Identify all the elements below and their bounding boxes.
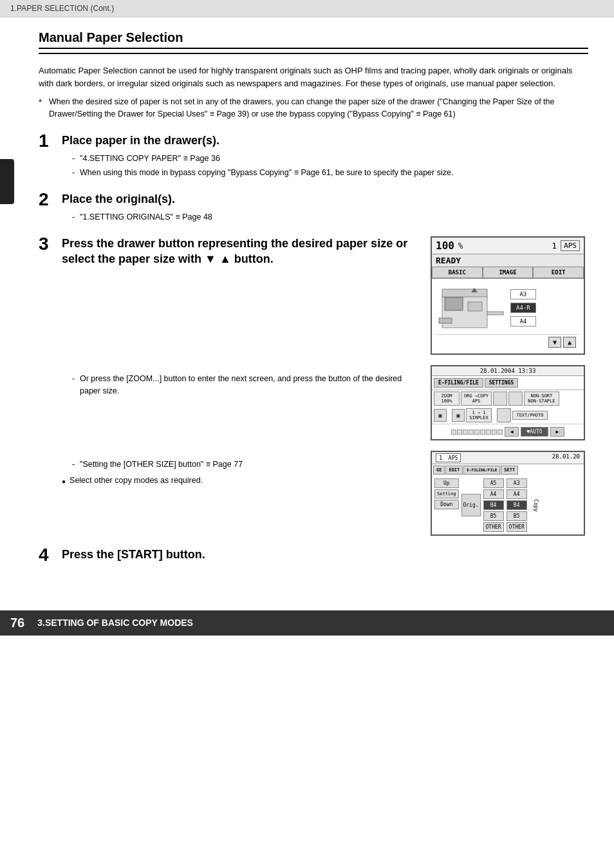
- svg-rect-3: [439, 318, 452, 323]
- screen-1-pct-symbol: %: [458, 241, 463, 250]
- step-3-text: Press the drawer button representing the…: [62, 236, 420, 355]
- screen-2-bottom: ◀ ♥AUTO ▶: [432, 424, 584, 439]
- screen-tab-image[interactable]: IMAGE: [483, 267, 534, 278]
- setting-note-list: "Setting the [OTHER SIZE] button" ≡ Page…: [72, 458, 420, 471]
- size-a5-1[interactable]: A5: [483, 478, 504, 488]
- screen2-dup-icons: ▣ ▣: [434, 409, 465, 422]
- screen-2-tab-efiling[interactable]: E-FILING/FILE: [434, 378, 483, 388]
- intro-paragraph: Automatic Paper Selection cannot be used…: [39, 64, 588, 90]
- step-4: 4 Press the [START] button.: [39, 547, 588, 566]
- nav-down-button[interactable]: ▼: [548, 337, 561, 348]
- screen-tab-basic[interactable]: BASIC: [432, 267, 483, 278]
- screen2-nonsort[interactable]: NON-SORTNON-STAPLE: [524, 392, 559, 406]
- screen3-tab-ge[interactable]: GE: [433, 466, 445, 475]
- sq7: [486, 429, 491, 435]
- screen-1-nav: ▼ ▲: [436, 334, 580, 350]
- size-a4-1[interactable]: A4: [483, 489, 504, 499]
- step-2: 2 Place the original(s). "1.SETTING ORIG…: [39, 192, 588, 225]
- step-4-title: Press the [START] button.: [62, 547, 588, 562]
- screen3-tab-edit[interactable]: EDIT: [445, 466, 463, 475]
- screen-tab-edit[interactable]: EDIT: [533, 267, 584, 278]
- screen3-setting-btn[interactable]: Setting: [434, 489, 459, 498]
- screen2-zoom[interactable]: ZOOM100%: [434, 392, 460, 406]
- svg-rect-2: [445, 297, 463, 310]
- screen3-down-btn[interactable]: Down: [434, 500, 459, 509]
- size-b4-1[interactable]: B4: [483, 500, 504, 510]
- screen-2-row1: ZOOM100% ORG →COPYAPS NON-SORTNON-STAPLE: [432, 390, 584, 407]
- screen2-forward-btn[interactable]: ▶: [550, 427, 565, 437]
- size-b5-1[interactable]: B5: [483, 511, 504, 521]
- screen3-num: 1 APS: [436, 453, 461, 462]
- size-a3-2[interactable]: A3: [507, 478, 527, 488]
- copy-label: Copy: [533, 499, 539, 511]
- screen-2-tab-settings[interactable]: SETTINGS: [485, 378, 519, 388]
- size-a4-2[interactable]: A4: [507, 489, 527, 499]
- copier-illustration: [436, 283, 507, 334]
- svg-rect-4: [487, 312, 503, 315]
- note-text: When the desired size of paper is not se…: [49, 96, 588, 120]
- header-text: 1.PAPER SELECTION (Cont.): [10, 4, 114, 13]
- screen2-auto-btn[interactable]: ◀: [505, 427, 519, 437]
- select-note-text: Select other copy modes as required.: [70, 476, 203, 485]
- footer-bar: 76 3.SETTING OF BASIC COPY MODES: [0, 610, 614, 636]
- step-3-setting-section: "Setting the [OTHER SIZE] button" ≡ Page…: [62, 451, 588, 536]
- screen3-tab-sett[interactable]: SETT: [501, 466, 518, 475]
- screen2-lock-icon: [497, 408, 511, 422]
- step-2-sub-1: "1.SETTING ORIGINALS" ≡ Page 48: [72, 211, 588, 223]
- paper-size-a4[interactable]: A4: [510, 316, 536, 326]
- screen2-textphoto[interactable]: TEXT/PHOTO: [512, 411, 548, 420]
- size-other-2[interactable]: OTHER: [507, 522, 527, 532]
- paper-size-a4r[interactable]: A4-R: [510, 303, 536, 313]
- select-note-item: ● Select other copy modes as required.: [62, 476, 420, 485]
- screen3-up-btn[interactable]: Up: [434, 478, 459, 488]
- bullet-icon: ●: [62, 478, 66, 485]
- note-asterisk: *: [39, 96, 46, 120]
- screen-3-body: Up Setting Down Orig. A5 A4: [432, 476, 584, 534]
- step-4-content: Press the [START] button.: [62, 547, 588, 566]
- step-3: 3 Press the drawer button representing t…: [39, 236, 588, 536]
- screen-3-container: 1 APS 28.01.20 GE EDIT E-FILING/FILE SET…: [431, 451, 588, 536]
- screen3-sizes-col1: A5 A4 B4 B5 OTHER: [483, 478, 504, 532]
- screen-1-container: 100 % 1 APS READY BASIC IMAGE EDIT: [431, 236, 588, 355]
- nav-up-button[interactable]: ▲: [563, 337, 576, 348]
- step-3-or-section: Or press the [ZOOM...] button to enter t…: [62, 365, 588, 440]
- screen3-datetime: 28.01.20: [552, 453, 580, 462]
- small-squares-row: [451, 429, 503, 435]
- step-3-content: Press the drawer button representing the…: [62, 236, 588, 536]
- screen3-sizes-col2: A3 A4 B4 B5 OTHER Copy: [507, 478, 527, 532]
- header-bar: 1.PAPER SELECTION (Cont.): [0, 0, 614, 17]
- footer-text: 3.SETTING OF BASIC COPY MODES: [37, 618, 193, 628]
- screen2-simplex[interactable]: 1 → 1SIMPLEX: [466, 408, 492, 422]
- screen3-tab-efiling[interactable]: E-FILING/FILE: [463, 466, 500, 475]
- size-other-1[interactable]: OTHER: [483, 522, 504, 532]
- footer-page-number: 76: [10, 616, 24, 630]
- sq4: [469, 429, 474, 435]
- screen2-icon1: [493, 392, 507, 406]
- step-1-title: Place paper in the drawer(s).: [62, 133, 588, 148]
- size-b5-2[interactable]: B5: [507, 511, 527, 521]
- section-divider: [39, 53, 588, 54]
- main-content: Manual Paper Selection Automatic Paper S…: [0, 17, 614, 591]
- size-b4-2[interactable]: B4: [507, 500, 527, 510]
- sq9: [498, 429, 503, 435]
- or-note-item: Or press the [ZOOM...] button to enter t…: [72, 373, 420, 397]
- step-1-sub-1: "4.SETTING COPY PAPER" ≡ Page 36: [72, 152, 588, 165]
- screen-1-aps: APS: [561, 240, 580, 251]
- step-1-sub-2: When using this mode in bypass copying "…: [72, 166, 588, 179]
- step-2-number: 2: [39, 191, 62, 209]
- paper-size-a3[interactable]: A3: [510, 289, 536, 299]
- screen-2-container: 28.01.2004 13:33 E-FILING/FILE SETTINGS …: [431, 365, 588, 440]
- screen2-aps[interactable]: ORG →COPYAPS: [461, 392, 492, 406]
- step-2-content: Place the original(s). "1.SETTING ORIGIN…: [62, 192, 588, 225]
- step-3-setting-text: "Setting the [OTHER SIZE] button" ≡ Page…: [62, 451, 420, 487]
- svg-rect-6: [468, 302, 482, 311]
- originals-icon: Orig.: [461, 494, 481, 516]
- note-block: * When the desired size of paper is not …: [39, 96, 588, 120]
- screen-2-datetime: 28.01.2004 13:33: [432, 366, 584, 376]
- step-3-title: Press the drawer button representing the…: [62, 236, 420, 267]
- step-1-content: Place paper in the drawer(s). "4.SETTING…: [62, 133, 588, 180]
- sq3: [463, 429, 468, 435]
- sq8: [492, 429, 497, 435]
- screen-2: 28.01.2004 13:33 E-FILING/FILE SETTINGS …: [431, 365, 585, 440]
- screen2-auto-label[interactable]: ♥AUTO: [521, 427, 548, 437]
